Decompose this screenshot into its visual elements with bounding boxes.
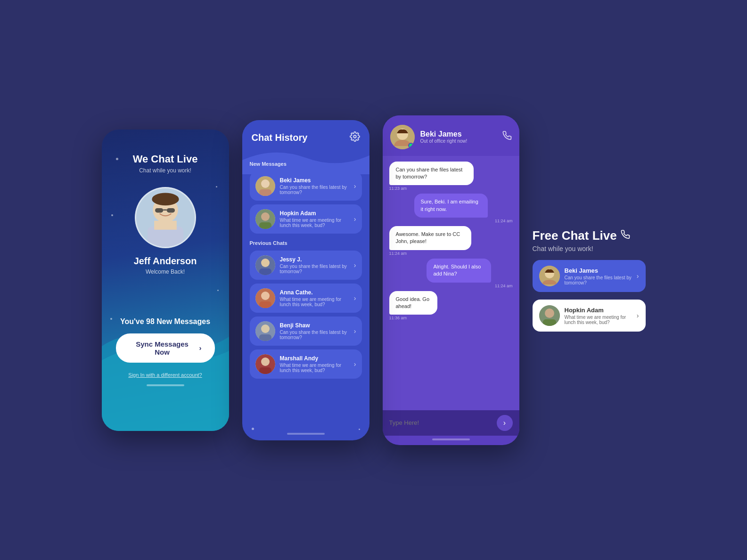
svg-rect-23 [259,334,271,341]
svg-rect-14 [259,222,271,229]
screens-container: We Chat Live Chat while you work! Jeff A… [83,97,665,464]
screen4-beki-preview: Can you share the files latest by tomorr… [565,275,632,285]
jessy-avatar [255,255,275,275]
message-3: Awesome. Make sure to CC John, please! 1… [389,226,499,256]
screen4-info-panel: Free Chat Live Chat while you work! [533,219,646,341]
message-2: Sure, Beki. I am emailing it right now. … [414,194,513,223]
message-1: Can you share the files latest by tomorr… [389,162,502,191]
hopkin-new-info: Hopkin Adam What time we are meeting for… [280,210,349,228]
message-4: Alright. Should I also add Nina? 11:24 a… [427,259,512,288]
svg-rect-20 [259,301,271,308]
svg-point-32 [545,308,554,318]
msg-bubble-received-2: Awesome. Make sure to CC John, please! [389,226,472,250]
contact-avatar-large [390,125,415,149]
msg-time-4: 11:24 am [427,284,512,288]
svg-point-19 [261,292,270,300]
message-input[interactable] [389,419,493,426]
screen1-title: We Chat Live [133,153,198,165]
screen4-card-beki[interactable]: Beki James Can you share the files lates… [533,260,646,292]
anna-name: Anna Cathe. [280,289,349,296]
screen2-scroll [287,433,325,435]
msg-bubble-received-3: Good idea. Go ahead! [389,291,437,315]
hopkin-new-name: Hopkin Adam [280,210,349,217]
user-avatar [135,187,196,248]
settings-gear-icon[interactable] [350,131,360,144]
jessy-info: Jessy J. Can you share the files latest … [280,256,349,274]
marshall-chevron: › [354,360,356,368]
svg-rect-4 [155,208,163,212]
beki-new-preview: Can you share the files latest by tomorr… [280,185,349,195]
screen4-card-hopkin[interactable]: Hopkin Adam What time we are meeting for… [533,300,646,332]
svg-point-7 [152,193,179,205]
sign-in-link[interactable]: Sign In with a different account? [128,372,202,378]
screen4-title: Free Chat Live [533,228,646,243]
benji-preview: Can you share the files latest by tomorr… [280,330,349,340]
svg-rect-17 [259,268,271,275]
screen4-subtitle: Chat while you work! [533,245,646,252]
contact-info: Beki James Out of office right now! [420,130,497,144]
phone-icon[interactable] [502,131,512,143]
svg-rect-33 [543,319,556,326]
anna-info: Anna Cathe. What time we are meeting for… [280,289,349,307]
screen3-scroll [432,438,470,440]
screen2-header: Chat History [242,120,369,152]
screen4-beki-name: Beki James [565,267,632,274]
screen4-beki-avatar [539,266,560,286]
screen2-chat-history: Chat History New Messages [242,120,369,440]
benji-name: Benji Shaw [280,322,349,329]
chat-messages-body: Can you share the files latest by tomorr… [383,156,519,410]
hopkin-new-chevron: › [354,215,356,223]
chat-item-beki-new[interactable]: Beki James Can you share the files lates… [250,171,362,201]
marshall-name: Marshall Andy [280,355,349,362]
screen3-chat-window: Beki James Out of office right now! Can … [383,115,519,445]
svg-rect-26 [259,367,271,374]
marshall-info: Marshall Andy What time we are meeting f… [280,355,349,373]
msg-bubble-received-1: Can you share the files latest by tomorr… [389,162,474,186]
screen2-body: New Messages Beki James Can you share th… [242,152,369,430]
screen4-hopkin-info: Hopkin Adam What time we are meeting for… [565,307,632,325]
hopkin-avatar [255,209,275,229]
screen3-header: Beki James Out of office right now! [383,115,519,156]
new-messages-label: New Messages [250,161,362,167]
svg-point-8 [353,135,356,138]
benji-chevron: › [354,327,356,335]
user-name: Jeff Anderson [134,256,197,267]
msg-time-1: 11:23 am [389,186,502,191]
svg-point-13 [261,212,270,221]
benji-info: Benji Shaw Can you share the files lates… [280,322,349,340]
beki-new-chevron: › [354,182,356,190]
screen4-hopkin-chevron: › [637,312,639,319]
chat-item-anna[interactable]: Anna Cathe. What time we are meeting for… [250,284,362,313]
sync-messages-button[interactable]: Sync Messages Now › [116,333,215,363]
scroll-indicator [147,384,184,386]
screen4-header: Free Chat Live Chat while you work! [533,228,646,252]
online-status-dot [408,143,414,148]
screen4-hopkin-name: Hopkin Adam [565,307,632,314]
anna-avatar [255,288,275,308]
anna-chevron: › [354,294,356,302]
chat-item-hopkin-new[interactable]: Hopkin Adam What time we are meeting for… [250,204,362,234]
svg-point-22 [261,325,270,333]
svg-rect-11 [259,189,271,196]
msg-bubble-sent-1: Sure, Beki. I am emailing it right now. [414,194,488,218]
user-welcome: Welcome Back! [146,268,185,275]
chat-item-benji[interactable]: Benji Shaw Can you share the files lates… [250,317,362,346]
chat-item-jessy[interactable]: Jessy J. Can you share the files latest … [250,251,362,280]
beki-new-name: Beki James [280,177,349,184]
svg-point-10 [261,179,270,188]
benji-avatar [255,321,275,341]
svg-point-25 [261,357,270,366]
chat-item-marshall[interactable]: Marshall Andy What time we are meeting f… [250,349,362,379]
message-input-area: › [383,410,519,436]
beki-new-info: Beki James Can you share the files lates… [280,177,349,195]
svg-rect-3 [154,220,177,229]
contact-name: Beki James [420,130,497,138]
phone-icon-small [621,230,630,242]
anna-preview: What time we are meeting for lunch this … [280,297,349,307]
screen1-subtitle: Chat while you work! [139,167,191,174]
marshall-preview: What time we are meeting for lunch this … [280,363,349,373]
send-message-button[interactable]: › [497,415,513,431]
msg-time-5: 11:36 am [389,316,453,320]
chevron-right-icon: › [199,344,202,352]
marshall-avatar [255,354,275,374]
